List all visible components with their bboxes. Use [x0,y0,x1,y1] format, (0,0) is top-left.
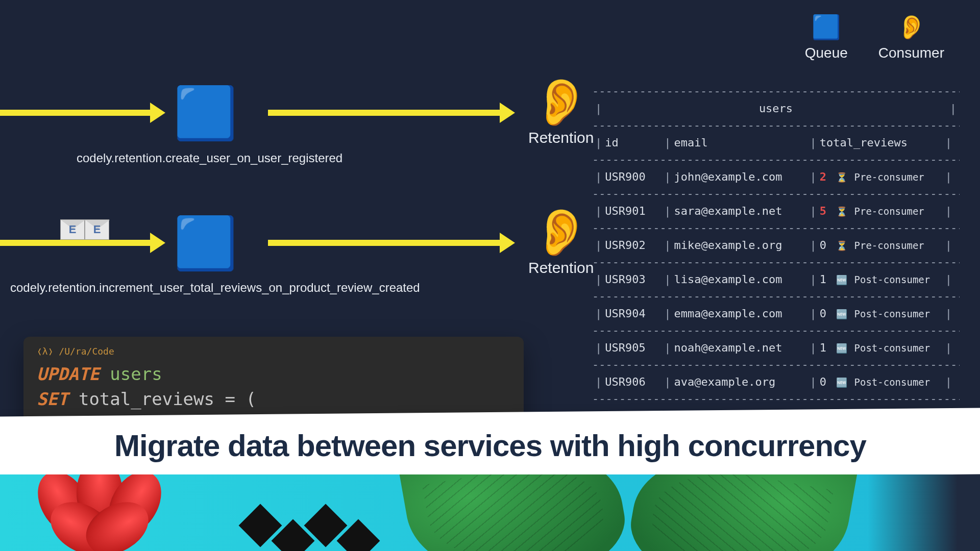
arrow-icon [0,110,153,116]
cell-id: USR900 [605,170,661,184]
table-header-row: |id |email |total_reviews| [592,133,960,153]
cell-email: emma@example.com [674,307,807,321]
title-text: Migrate data between services with high … [114,428,866,463]
legend-consumer: 👂 Consumer [878,15,944,61]
cell-total-reviews: 5 ⏳ Pre-consumer [820,204,942,218]
arrow-icon [268,110,503,116]
cell-total-reviews: 1 🆕 Post-consumer [820,272,942,287]
cell-total-reviews: 2 ⏳ Pre-consumer [820,170,942,184]
consumer-label: Retention [528,259,594,277]
col-total-reviews: total_reviews [820,136,942,150]
status-icon: ⏳ [836,172,847,183]
cell-total-reviews: 1 🆕 Post-consumer [820,341,942,355]
cell-email: john@example.com [674,170,807,184]
divider: ----------------------------------------… [592,323,960,338]
cell-id: USR902 [605,238,661,253]
flow-row-create-user: 🟦 👂 Retention [0,79,594,146]
status-label: Post-consumer [854,308,930,319]
divider: ----------------------------------------… [592,392,960,406]
table-title-row: |users| [592,98,960,119]
status-icon: 🆕 [836,377,847,388]
ear-icon: 👂 [532,209,590,255]
table-row: |USR900|john@example.com|2 ⏳ Pre-consume… [592,167,960,187]
status-icon: ⏳ [836,240,847,251]
table-row: |USR906|ava@example.org|0 🆕 Post-consume… [592,372,960,392]
legend-queue-label: Queue [805,45,848,61]
arrow-icon [0,240,153,246]
divider: ----------------------------------------… [592,255,960,269]
consumer-retention: 👂 Retention [528,79,594,146]
table-row: |USR905|noah@example.net|1 🆕 Post-consum… [592,338,960,358]
envelope-icon: E [85,219,109,240]
lambda-icon: ❬λ❭ [37,346,54,357]
cell-total-reviews: 0 🆕 Post-consumer [820,375,942,389]
status-icon: 🆕 [836,343,847,354]
cell-email: sara@example.net [674,204,807,218]
sql-line: UPDATE users [37,362,510,387]
envelope-icon: E [60,219,85,240]
cell-email: mike@example.org [674,238,807,253]
title-banner: Migrate data between services with high … [0,408,980,483]
queue-icon: 🟦 [812,15,841,39]
cubes-icon [245,510,374,551]
divider: ----------------------------------------… [592,84,960,98]
queued-messages: E E [60,219,109,240]
arrow-icon [268,240,503,246]
status-label: Post-consumer [854,377,930,388]
consumer-label: Retention [528,129,594,146]
cell-total-reviews: 0 🆕 Post-consumer [820,307,942,321]
queue-increment-reviews: 🟦 [174,217,237,268]
ear-icon: 👂 [532,79,590,125]
status-label: Pre-consumer [854,206,924,217]
users-table: ----------------------------------------… [592,84,960,406]
flower-icon [31,474,174,551]
col-email: email [674,136,807,150]
status-label: Pre-consumer [854,240,924,251]
table-row: |USR901|sara@example.net|5 ⏳ Pre-consume… [592,201,960,221]
cell-email: ava@example.org [674,375,807,389]
legend-consumer-label: Consumer [878,45,944,61]
table-title: users [605,102,947,116]
divider: ----------------------------------------… [592,118,960,133]
cell-total-reviews: 0 ⏳ Pre-consumer [820,238,942,253]
divider: ----------------------------------------… [592,358,960,372]
table-row: |USR902|mike@example.org|0 ⏳ Pre-consume… [592,235,960,256]
sql-line: SET total_reviews = ( [37,387,510,412]
queue-create-user: 🟦 [174,87,237,138]
cell-id: USR906 [605,375,661,389]
divider: ----------------------------------------… [592,289,960,304]
queue-icon: 🟦 [174,87,237,138]
divider: ----------------------------------------… [592,221,960,235]
cell-id: USR903 [605,272,661,287]
status-label: Pre-consumer [854,171,924,183]
queue-icon: 🟦 [174,217,237,268]
table-row: |USR904|emma@example.com|0 🆕 Post-consum… [592,304,960,324]
divider: ----------------------------------------… [592,153,960,167]
cell-email: lisa@example.com [674,272,807,287]
status-label: Post-consumer [854,342,930,354]
decorative-strip [0,474,980,551]
cell-id: USR901 [605,204,661,218]
status-icon: 🆕 [836,274,847,285]
queue-label: codely.retention.create_user_on_user_reg… [77,151,342,165]
status-label: Post-consumer [854,274,930,285]
col-id: id [605,136,661,150]
legend: 🟦 Queue 👂 Consumer [805,15,944,61]
cell-id: USR905 [605,341,661,355]
cell-id: USR904 [605,307,661,321]
divider: ----------------------------------------… [592,187,960,201]
leaf-icon [623,474,857,551]
status-icon: 🆕 [836,309,847,319]
leaf-icon [399,474,633,551]
table-row: |USR903|lisa@example.com|1 🆕 Post-consum… [592,269,960,290]
legend-queue: 🟦 Queue [805,15,848,61]
consumer-icon: 👂 [897,15,926,39]
terminal-path: /U/ra/Code [59,346,114,357]
cell-email: noah@example.net [674,341,807,355]
terminal-prompt: ❬λ❭ /U/ra/Code [37,346,510,357]
queue-label: codely.retention.increment_user_total_re… [10,281,420,295]
status-icon: ⏳ [836,206,847,217]
consumer-retention: 👂 Retention [528,209,594,277]
